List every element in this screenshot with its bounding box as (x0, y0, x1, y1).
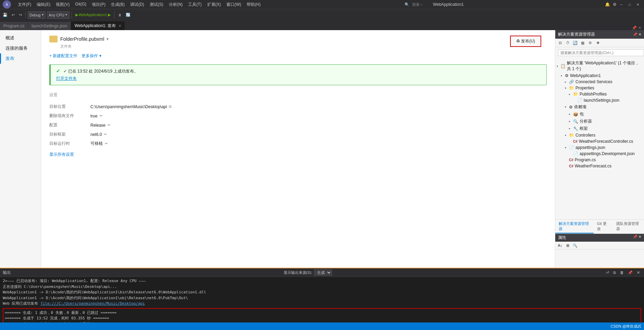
settings-icon[interactable]: ⚙ (613, 2, 617, 7)
se-add-scope[interactable]: ✚ (594, 39, 601, 46)
se-tab-solution-explorer[interactable]: 解决方案资源管理器 (555, 220, 594, 233)
edit-icon-2[interactable]: ✏ (108, 123, 111, 127)
se-launchsettings[interactable]: ▸ 📄 launchSettings.json (555, 97, 644, 103)
se-tab-team-explorer[interactable]: 团队资源管理器 (613, 220, 644, 233)
menu-help[interactable]: 帮助(H) (244, 1, 263, 8)
se-search-input[interactable] (558, 49, 644, 56)
refresh-btn[interactable]: 🔄 (124, 12, 132, 18)
se-weathercontroller[interactable]: ▸ C# WeatherForecastController.cs (555, 138, 644, 144)
se-tab-git-changes[interactable]: Git 更改 (594, 220, 613, 233)
tab-launchsettings[interactable]: launchSettings.json (28, 22, 71, 30)
se-filter[interactable]: ▦ (579, 39, 586, 46)
se-collapse-all[interactable]: ⊟ (557, 39, 564, 46)
tab-close-publish[interactable]: ✕ (119, 24, 121, 28)
se-dependencies[interactable]: ▾ ⚙ 依赖项 (555, 103, 644, 111)
more-actions-link[interactable]: 更多操作 ▾ (82, 53, 101, 59)
se-wc-icon: C# (573, 140, 578, 143)
menu-test[interactable]: 测试(S) (147, 1, 166, 8)
menu-build[interactable]: 生成(B) (108, 1, 127, 8)
close-button[interactable]: ✕ (634, 2, 641, 7)
sidenav-publish[interactable]: 发布 (0, 53, 41, 64)
se-project[interactable]: ▾ ⚙ WebApplication1 (555, 73, 644, 79)
se-pin-icon[interactable]: 📌 (632, 26, 637, 30)
menu-git[interactable]: Git(G) (72, 1, 89, 8)
menu-debug[interactable]: 调试(D) (127, 1, 147, 8)
se-properties[interactable]: ▾ 📁 Properties (555, 85, 644, 91)
output-publish-link[interactable]: file:///C:/Users/panmingshen/Music/Deskt… (40, 301, 145, 306)
notification-icon[interactable]: 🔔 (605, 2, 610, 7)
menu-window[interactable]: 窗口(W) (224, 1, 244, 8)
output-wrap-btn[interactable]: ⏎ (605, 270, 610, 275)
se-programcs[interactable]: ▸ C# Program.cs (555, 157, 644, 163)
action-bar: + 新建配置文件 更多操作 ▾ (49, 53, 547, 59)
output-source-select[interactable]: 生成 (314, 269, 332, 276)
sidenav-connected-services[interactable]: 连接的服务 (0, 43, 41, 53)
profile-dropdown-arrow[interactable]: ▼ (106, 37, 109, 41)
output-copy-btn[interactable]: ⧉ (612, 270, 617, 275)
new-config-link[interactable]: + 新建配置文件 (49, 53, 77, 59)
se-fw-label: 框架 (580, 126, 588, 131)
tab-publish[interactable]: WebApplication1: 发布 ✕ (71, 21, 125, 30)
edit-icon-3[interactable]: ✏ (104, 132, 107, 137)
menu-extensions[interactable]: 扩展(X) (205, 1, 224, 8)
copy-icon-0[interactable]: ⧉ (169, 104, 172, 109)
menu-file[interactable]: 文件(F) (15, 1, 34, 8)
show-all-settings-link[interactable]: 显示所有设置 (49, 152, 74, 157)
redo-btn[interactable]: ↪ (17, 12, 23, 18)
status-csdn: CSDN @终吹成武 (611, 324, 641, 329)
config-dropdown[interactable]: Debug ▼ (28, 11, 46, 19)
sidenav-overview[interactable]: 概述 (0, 33, 41, 43)
se-cs-arrow: ▸ (565, 80, 568, 84)
run-button[interactable]: ▶ WebApplication1 ▶ (74, 12, 112, 18)
open-folder-link[interactable]: 打开文件夹 (56, 76, 77, 81)
props-close-icon[interactable]: ✕ (639, 235, 641, 241)
menu-edit[interactable]: 编辑(E) (34, 1, 53, 8)
se-appsettings[interactable]: ▾ 📄 appsettings.json (555, 144, 644, 151)
edit-icon-1[interactable]: ✏ (100, 114, 103, 118)
attach-btn[interactable]: ⏸ (116, 12, 123, 18)
se-publishprofiles[interactable]: ▸ 📁 PublishProfiles (555, 91, 644, 97)
props-alphabetical-btn[interactable]: A↕ (557, 242, 564, 249)
title-bar-controls: 🔔 ⚙ ─ □ ✕ (605, 2, 641, 7)
se-header-close[interactable]: ✕ (639, 33, 641, 36)
se-pending-changes[interactable]: ⏱ (564, 39, 571, 46)
output-close-btn[interactable]: ✕ (635, 270, 641, 275)
undo-btn[interactable]: ↩ (10, 12, 16, 18)
platform-dropdown[interactable]: Any CPU ▼ (47, 11, 69, 19)
se-appsettings-dev[interactable]: ▸ 📄 appsettings.Development.json (555, 151, 644, 157)
props-search-btn[interactable]: 🔍 (572, 242, 579, 249)
se-ctrl-arrow: ▾ (565, 134, 568, 137)
props-category-btn[interactable]: ⊞ (564, 242, 571, 249)
output-clear-btn[interactable]: 🗑 (619, 270, 625, 275)
se-settings[interactable]: ⚙ (587, 39, 594, 46)
se-props-label: Properties (575, 86, 594, 90)
setting-value-2: Release ✏ (90, 123, 111, 128)
menu-analyze[interactable]: 分析(N) (166, 1, 186, 8)
se-header-pin[interactable]: 📌 (633, 33, 637, 36)
se-connected-services[interactable]: ▸ 🔗 Connected Services (555, 79, 644, 85)
se-weatherforecast[interactable]: ▸ C# WeatherForecast.cs (555, 163, 644, 169)
tab-program-cs[interactable]: Program.cs (0, 22, 28, 30)
se-refresh[interactable]: 🔄 (572, 39, 579, 46)
menu-project[interactable]: 项目(P) (89, 1, 108, 8)
output-pin-btn[interactable]: 📌 (627, 270, 634, 275)
props-pin-icon[interactable]: 📌 (633, 235, 637, 241)
menu-view[interactable]: 视图(V) (53, 1, 72, 8)
se-packages[interactable]: ▸ 📦 包 (555, 111, 644, 118)
se-controllers[interactable]: ▾ 📁 Controllers (555, 132, 644, 138)
menu-tools[interactable]: 工具(T) (185, 1, 204, 8)
menu-bar: 文件(F) 编辑(E) 视图(V) Git(G) 项目(P) 生成(B) 调试(… (15, 1, 263, 8)
minimize-button[interactable]: ─ (618, 2, 625, 7)
edit-icon-4[interactable]: ✏ (105, 141, 108, 146)
se-bottom-tabs: 解决方案资源管理器 Git 更改 团队资源管理器 (555, 219, 644, 233)
se-pcs-icon: C# (569, 158, 573, 162)
tab-label-launchsettings: launchSettings.json (32, 24, 67, 28)
se-close-icon[interactable]: ✕ (638, 26, 641, 30)
se-solution-root[interactable]: ▾ 📋 解决方案 'WebApplication1' (1 个项目，共 1 个) (555, 60, 644, 73)
se-frameworks[interactable]: ▸ 🔧 框架 (555, 125, 644, 132)
se-ctrl-label: Controllers (575, 133, 595, 138)
save-btn[interactable]: 💾 (1, 12, 9, 18)
maximize-button[interactable]: □ (626, 2, 633, 7)
se-analyzers[interactable]: ▸ 🔍 分析器 (555, 118, 644, 125)
publish-button[interactable]: ♻ 发布(U) (510, 36, 541, 47)
